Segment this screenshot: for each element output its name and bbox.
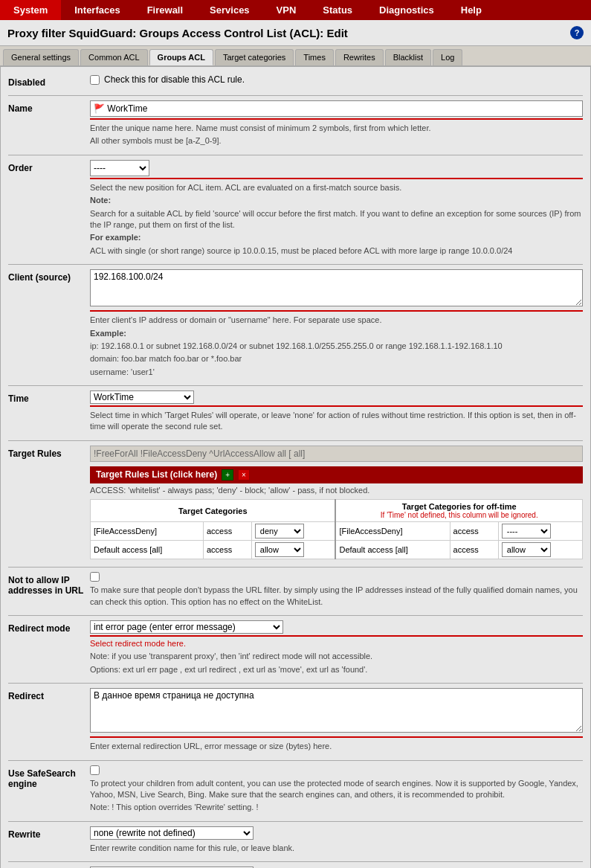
nav-help[interactable]: Help <box>448 0 495 20</box>
redirect-desc: Enter external redirection URL, error me… <box>90 741 583 752</box>
row1-col2-access-select[interactable]: ---- deny allow whitelist <box>498 522 582 541</box>
nav-firewall[interactable]: Firewall <box>134 0 196 20</box>
time-field: WorkTime Select time in which 'Target Ru… <box>90 390 583 433</box>
client-source-field: 192.168.100.0/24 Enter client's IP addre… <box>90 269 583 378</box>
client-source-desc-domain: domain: foo.bar match foo.bar or *.foo.b… <box>90 353 583 364</box>
target-rules-list-title: Target Rules List (click here) <box>96 469 217 480</box>
name-desc1: Enter the unique name here. Name must co… <box>90 123 583 134</box>
tab-times[interactable]: Times <box>295 49 334 65</box>
col1-header: Target Categories <box>91 500 336 522</box>
redirect-mode-desc1: Note: if you use 'transparent proxy', th… <box>90 651 583 662</box>
tab-rewrites[interactable]: Rewrites <box>335 49 384 65</box>
disabled-field: Check this for disable this ACL rule. <box>90 74 583 85</box>
col2-header: Target Categories for off-time If 'Time'… <box>335 500 582 522</box>
name-desc2: All other symbols must be [a-Z_0-9]. <box>90 135 583 147</box>
tab-groups-acl[interactable]: Groups ACL <box>149 49 213 65</box>
target-rules-field: Target Rules List (click here) + × ACCES… <box>90 446 583 559</box>
tab-log[interactable]: Log <box>433 49 462 65</box>
order-desc-example-label: For example: <box>90 232 583 243</box>
tab-general-settings[interactable]: General settings <box>3 49 79 65</box>
redirect-mode-label: Redirect mode <box>8 620 90 634</box>
target-rules-remove-button[interactable]: × <box>238 469 250 480</box>
tab-bar: General settings Common ACL Groups ACL T… <box>0 46 591 66</box>
rewrite-desc: Enter rewrite condition name for this ru… <box>90 843 583 854</box>
redirect-textarea[interactable]: В данное время страница не доступна <box>90 688 583 733</box>
help-icon[interactable]: ? <box>570 26 584 39</box>
name-row: Name Enter the unique name here. Name mu… <box>8 100 583 147</box>
tab-common-acl[interactable]: Common ACL <box>80 49 147 65</box>
name-label: Name <box>8 100 90 114</box>
rewrite-select[interactable]: none (rewrite not defined) <box>90 826 253 840</box>
order-desc-main: Select the new position for ACL item. AC… <box>90 182 583 193</box>
row2-col2-label: Default access [all] <box>335 541 450 559</box>
client-source-textarea[interactable]: 192.168.100.0/24 <box>90 269 583 306</box>
target-rules-list-header[interactable]: Target Rules List (click here) + × <box>90 466 583 483</box>
target-rules-label: Target Rules <box>8 446 90 459</box>
row2-col2-access-select[interactable]: allow deny ---- whitelist <box>498 541 582 559</box>
redirect-label: Redirect <box>8 688 90 701</box>
row1-col1-access-label: access <box>203 522 251 541</box>
safe-search-desc: To protect your children from adult cont… <box>90 778 583 801</box>
nav-system[interactable]: System <box>0 0 61 20</box>
client-source-row: Client (source) 192.168.100.0/24 Enter c… <box>8 269 583 378</box>
target-rules-list-desc: ACCESS: 'whitelist' - always pass; 'deny… <box>90 485 583 496</box>
rewrite-row: Rewrite none (rewrite not defined) Enter… <box>8 826 583 854</box>
row1-col1-label: [FileAccessDeny] <box>91 522 204 541</box>
safe-search-note: Note: ! This option overrides 'Rewrite' … <box>90 802 583 813</box>
time-select[interactable]: WorkTime <box>90 390 194 404</box>
nav-services[interactable]: Services <box>196 0 263 20</box>
table-row: [FileAccessDeny] access deny allow ---- … <box>91 522 583 541</box>
safe-search-row: Use SafeSearch engine To protect your ch… <box>8 765 583 814</box>
page-title-bar: Proxy filter SquidGuard: Groups Access C… <box>0 20 591 46</box>
disabled-row: Disabled Check this for disable this ACL… <box>8 74 583 88</box>
time-label: Time <box>8 390 90 404</box>
order-field: ---- Select the new position for ACL ite… <box>90 160 583 257</box>
row1-col2-access-label: access <box>450 522 498 541</box>
name-input[interactable] <box>90 100 583 117</box>
redirect-field: В данное время страница не доступна Ente… <box>90 688 583 752</box>
disabled-checkbox[interactable] <box>90 75 100 85</box>
not-allow-ip-field: To make sure that people don't bypass th… <box>90 572 583 608</box>
order-desc-example-text: ACL with single (or short range) source … <box>90 245 583 257</box>
tab-target-categories[interactable]: Target categories <box>215 49 294 65</box>
order-label: Order <box>8 160 90 173</box>
time-desc: Select time in which 'Target Rules' will… <box>90 410 583 433</box>
order-select[interactable]: ---- <box>90 160 149 176</box>
redirect-mode-select[interactable]: int error page (enter error message) ext… <box>90 620 283 634</box>
row1-col1-access-select[interactable]: deny allow ---- whitelist <box>251 522 335 541</box>
main-content: Disabled Check this for disable this ACL… <box>0 66 591 868</box>
table-row: Default access [all] access allow deny -… <box>91 541 583 559</box>
redirect-mode-field: int error page (enter error message) ext… <box>90 620 583 675</box>
client-source-desc-ip: ip: 192.168.0.1 or subnet 192.168.0.0/24… <box>90 341 583 352</box>
not-allow-ip-checkbox[interactable] <box>90 572 100 582</box>
order-desc-note-text: Search for a suitable ACL by field 'sour… <box>90 208 583 231</box>
disabled-desc: Check this for disable this ACL rule. <box>104 74 245 85</box>
target-rules-add-button[interactable]: + <box>222 469 233 480</box>
top-navigation: System Interfaces Firewall Services VPN … <box>0 0 591 20</box>
target-rules-input <box>90 446 583 462</box>
nav-interfaces[interactable]: Interfaces <box>61 0 133 20</box>
nav-vpn[interactable]: VPN <box>263 0 310 20</box>
not-allow-ip-label: Not to allow IP addresses in URL <box>8 572 90 596</box>
safe-search-checkbox[interactable] <box>90 765 100 775</box>
redirect-mode-row: Redirect mode int error page (enter erro… <box>8 620 583 675</box>
nav-status[interactable]: Status <box>309 0 366 20</box>
row1-col2-label: [FileAccessDeny] <box>335 522 450 541</box>
page-title: Proxy filter SquidGuard: Groups Access C… <box>7 27 348 39</box>
tab-blacklist[interactable]: Blacklist <box>385 49 431 65</box>
nav-diagnostics[interactable]: Diagnostics <box>366 0 448 20</box>
redirect-mode-desc2: Options: ext url err page , ext url redi… <box>90 664 583 675</box>
client-source-label: Client (source) <box>8 269 90 283</box>
order-desc-note: Note: <box>90 195 583 206</box>
order-row: Order ---- Select the new position for A… <box>8 160 583 257</box>
client-source-desc-username: username: 'user1' <box>90 367 583 378</box>
not-allow-ip-desc: To make sure that people don't bypass th… <box>90 585 583 608</box>
row2-col1-label: Default access [all] <box>91 541 204 559</box>
name-field: Enter the unique name here. Name must co… <box>90 100 583 147</box>
time-row: Time WorkTime Select time in which 'Targ… <box>8 390 583 433</box>
not-allow-ip-row: Not to allow IP addresses in URL To make… <box>8 572 583 608</box>
client-source-desc-example: Example: <box>90 328 583 339</box>
rewrite-label: Rewrite <box>8 826 90 840</box>
safe-search-field: To protect your children from adult cont… <box>90 765 583 814</box>
row2-col1-access-select[interactable]: allow deny ---- whitelist <box>251 541 335 559</box>
